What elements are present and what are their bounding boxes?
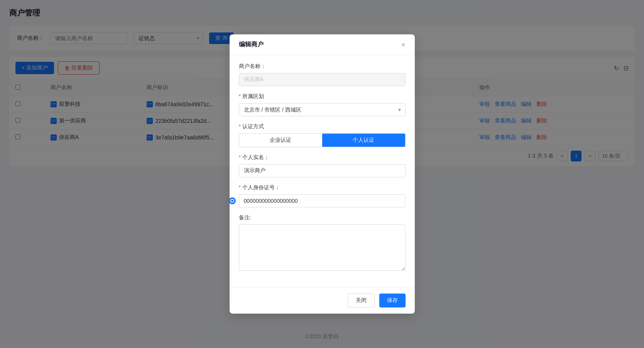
merchant-name-field[interactable] <box>239 73 406 86</box>
form-item-personal-name: 个人实名： <box>239 154 406 177</box>
form-item-merchant-name: 商户名称： <box>239 63 406 86</box>
form-item-remark: 备注: <box>239 214 406 272</box>
personal-name-label: 个人实名： <box>239 154 406 161</box>
personal-name-input[interactable] <box>239 164 406 177</box>
merchant-name-field-label: 商户名称： <box>239 63 406 70</box>
id-card-wrapper <box>239 194 406 207</box>
region-label: 所属区划 <box>239 93 406 100</box>
save-button[interactable]: 保存 <box>379 294 406 307</box>
modal-overlay: 编辑商户 × 商户名称： 所属区划 北京市 / 市辖区 / 西城区 <box>0 0 644 348</box>
modal-footer: 关闭 保存 <box>230 287 415 314</box>
modal-header: 编辑商户 × <box>230 34 415 55</box>
remark-label: 备注: <box>239 214 406 221</box>
auth-method-label: 认证方式 <box>239 123 406 130</box>
id-card-input[interactable] <box>239 194 406 207</box>
personal-auth-button[interactable]: 个人认证 <box>322 134 405 147</box>
region-select[interactable]: 北京市 / 市辖区 / 西城区 <box>239 103 406 116</box>
form-item-id-card: 个人身份证号： <box>239 184 406 207</box>
modal-body: 商户名称： 所属区划 北京市 / 市辖区 / 西城区 认证方式 企业认证 个人认… <box>230 55 415 287</box>
cancel-button[interactable]: 关闭 <box>348 294 375 307</box>
form-item-auth-method: 认证方式 企业认证 个人认证 <box>239 123 406 147</box>
enterprise-auth-button[interactable]: 企业认证 <box>239 134 322 147</box>
id-card-label: 个人身份证号： <box>239 184 406 191</box>
modal-close-button[interactable]: × <box>401 41 406 48</box>
modal-title: 编辑商户 <box>239 41 264 49</box>
region-select-wrapper: 北京市 / 市辖区 / 西城区 <box>239 103 406 116</box>
remark-textarea[interactable] <box>239 224 406 271</box>
id-verification-icon <box>230 197 236 204</box>
auth-type-group: 企业认证 个人认证 <box>239 133 406 147</box>
form-item-region: 所属区划 北京市 / 市辖区 / 西城区 <box>239 93 406 116</box>
edit-merchant-modal: 编辑商户 × 商户名称： 所属区划 北京市 / 市辖区 / 西城区 <box>230 34 415 314</box>
